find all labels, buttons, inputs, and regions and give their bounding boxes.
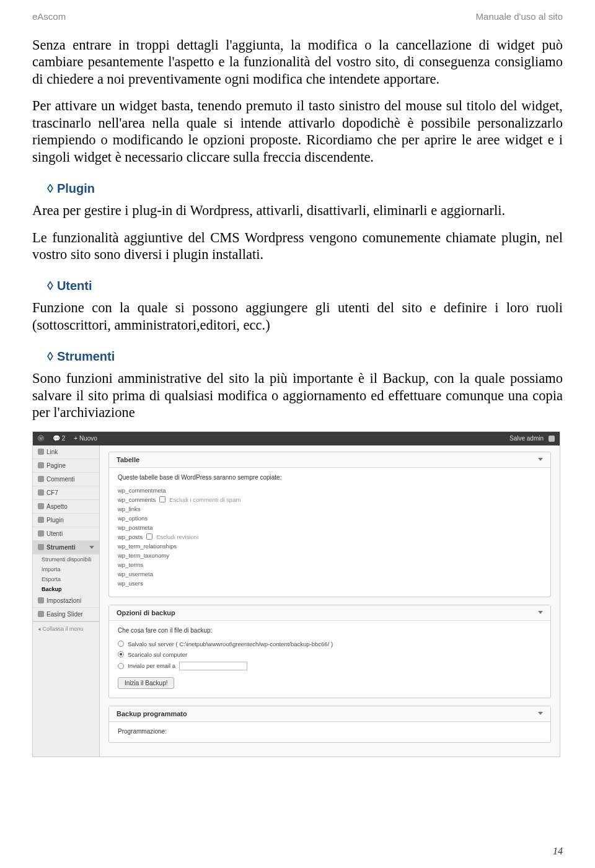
wp-admin-bar: ⓦ 💬 2 + Nuovo Salve admin bbox=[33, 432, 560, 445]
wordpress-screenshot: ⓦ 💬 2 + Nuovo Salve admin Link Pagine Co… bbox=[32, 431, 560, 757]
table-row: wp_postsEscludi revisioni bbox=[118, 532, 542, 541]
sidebar-item-utenti[interactable]: Utenti bbox=[33, 527, 99, 541]
wp-user-greeting[interactable]: Salve admin bbox=[509, 435, 544, 442]
table-row: wp_terms bbox=[118, 560, 542, 569]
users-icon bbox=[38, 530, 44, 537]
wp-new-button[interactable]: + Nuovo bbox=[74, 435, 97, 442]
paragraph-intro-2: Per attivare un widget basta, tenendo pr… bbox=[32, 97, 563, 165]
form-icon bbox=[38, 489, 44, 496]
collapse-icon[interactable] bbox=[538, 611, 543, 614]
sidebar-item-link[interactable]: Link bbox=[33, 445, 99, 459]
diamond-icon: ◊ bbox=[47, 182, 53, 195]
settings-icon bbox=[38, 597, 44, 603]
section-strumenti: ◊Strumenti bbox=[47, 349, 563, 364]
table-row: wp_term_taxonomy bbox=[118, 551, 542, 560]
chevron-down-icon bbox=[89, 546, 94, 549]
table-row: wp_term_relationships bbox=[118, 541, 542, 551]
sidebar-item-strumenti[interactable]: Strumenti bbox=[33, 541, 99, 555]
appearance-icon bbox=[38, 503, 44, 509]
wp-sidebar: Link Pagine Commenti CF7 Aspetto Plugin … bbox=[33, 445, 100, 756]
sidebar-item-cf7[interactable]: CF7 bbox=[33, 486, 99, 500]
plugin-icon bbox=[38, 517, 44, 523]
checkbox-spam[interactable] bbox=[159, 496, 165, 502]
panel-tabelle-desc: Queste tabelle base di WordPress saranno… bbox=[118, 474, 542, 481]
tools-icon bbox=[38, 544, 44, 550]
paragraph-utenti: Funzione con la quale si possono aggiung… bbox=[32, 299, 563, 333]
sidebar-sub-backup[interactable]: Backup bbox=[33, 584, 99, 594]
page-icon bbox=[38, 462, 44, 468]
sidebar-sub-esporta[interactable]: Esporta bbox=[33, 574, 99, 584]
sidebar-item-aspetto[interactable]: Aspetto bbox=[33, 500, 99, 514]
paragraph-plugin-1: Area per gestire i plug-in di Wordpress,… bbox=[32, 202, 563, 219]
link-icon bbox=[38, 449, 44, 455]
paragraph-plugin-2: Le funzionalità aggiuntive del CMS Wordp… bbox=[32, 229, 563, 263]
checkbox-revisions[interactable] bbox=[146, 533, 152, 540]
table-row: wp_postmeta bbox=[118, 523, 542, 532]
table-row: wp_users bbox=[118, 579, 542, 588]
sidebar-sub-importa[interactable]: Importa bbox=[33, 564, 99, 574]
diamond-icon: ◊ bbox=[47, 279, 53, 292]
section-utenti: ◊Utenti bbox=[47, 279, 563, 293]
sidebar-collapse[interactable]: ◂ Collassa il menu bbox=[33, 621, 99, 636]
header-brand: eAscom bbox=[32, 11, 66, 22]
table-row: wp_options bbox=[118, 514, 542, 523]
radio-download[interactable] bbox=[118, 651, 124, 657]
section-plugin: ◊Plugin bbox=[47, 182, 563, 196]
slider-icon bbox=[38, 611, 44, 617]
table-row: wp_commentsEscludi i commenti di spam bbox=[118, 495, 542, 504]
table-row: wp_commentmeta bbox=[118, 486, 542, 495]
panel-backup-programmato: Backup programmato Programmazione: bbox=[108, 706, 551, 743]
panel-programmato-label: Programmazione: bbox=[118, 728, 542, 735]
sidebar-item-plugin[interactable]: Plugin bbox=[33, 514, 99, 527]
collapse-icon[interactable] bbox=[538, 458, 543, 461]
panel-opzioni-title: Opzioni di backup bbox=[117, 609, 175, 616]
radio-row-email[interactable]: Invialo per email a bbox=[118, 660, 542, 672]
diamond-icon: ◊ bbox=[47, 349, 53, 363]
wp-comments-icon[interactable]: 💬 2 bbox=[53, 435, 65, 442]
table-row: wp_links bbox=[118, 504, 542, 514]
panel-tabelle: Tabelle Queste tabelle base di WordPress… bbox=[108, 452, 551, 597]
email-input[interactable] bbox=[179, 662, 247, 670]
sidebar-item-easing[interactable]: Easing Slider bbox=[33, 608, 99, 621]
start-backup-button[interactable]: Inizia il Backup! bbox=[118, 677, 174, 689]
wp-logo-icon[interactable]: ⓦ bbox=[38, 434, 44, 443]
radio-row-server[interactable]: Salvalo sul server ( C:\inetpub\wwwroot\… bbox=[118, 639, 542, 649]
panel-opzioni-desc: Che cosa fare con il file di backup: bbox=[118, 627, 542, 634]
panel-tabelle-title: Tabelle bbox=[117, 456, 139, 463]
table-row: wp_usermeta bbox=[118, 569, 542, 579]
panel-programmato-title: Backup programmato bbox=[117, 710, 187, 717]
avatar-icon[interactable] bbox=[549, 436, 555, 442]
paragraph-intro-1: Senza entrare in troppi dettagli l'aggiu… bbox=[32, 37, 563, 87]
sidebar-sub-disponibili[interactable]: Strumenti disponibili bbox=[33, 555, 99, 564]
wp-main-content: Tabelle Queste tabelle base di WordPress… bbox=[100, 445, 560, 756]
page-number: 14 bbox=[553, 846, 563, 857]
radio-row-download[interactable]: Scaricalo sul computer bbox=[118, 649, 542, 660]
collapse-icon[interactable] bbox=[538, 712, 543, 715]
radio-email[interactable] bbox=[118, 663, 124, 669]
comment-icon bbox=[38, 476, 44, 482]
sidebar-item-pagine[interactable]: Pagine bbox=[33, 459, 99, 473]
panel-opzioni-backup: Opzioni di backup Che cosa fare con il f… bbox=[108, 605, 551, 698]
sidebar-item-commenti[interactable]: Commenti bbox=[33, 473, 99, 486]
header-title: Manuale d'uso al sito bbox=[476, 11, 563, 22]
radio-server[interactable] bbox=[118, 641, 124, 647]
sidebar-item-impostazioni[interactable]: Impostazioni bbox=[33, 594, 99, 608]
paragraph-strumenti: Sono funzioni amministrative del sito la… bbox=[32, 370, 563, 421]
